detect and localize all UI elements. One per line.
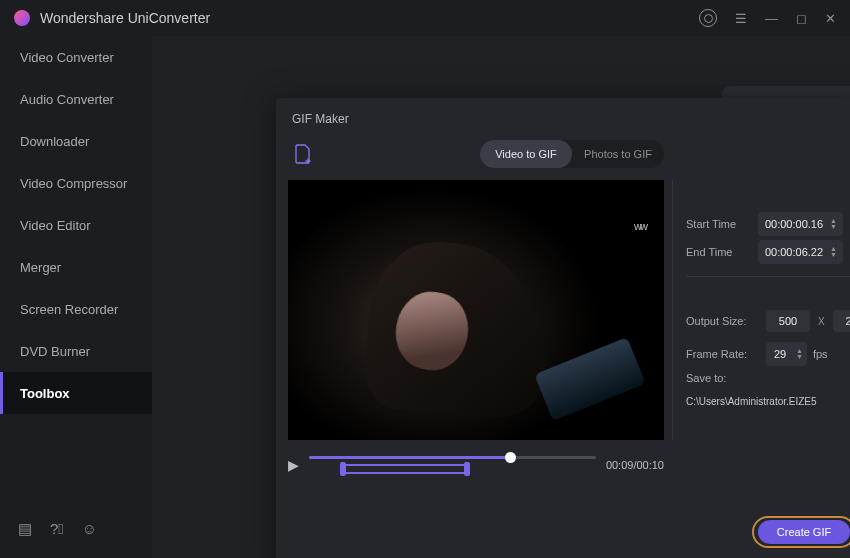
sidebar-item-video-converter[interactable]: Video Converter <box>0 36 152 78</box>
sidebar-item-label: Toolbox <box>20 386 70 401</box>
add-file-icon[interactable] <box>294 144 312 164</box>
main-area: Fix Media Metadata Identify and edit met… <box>152 36 850 558</box>
app-logo-icon <box>14 10 30 26</box>
play-button[interactable]: ▶ <box>288 457 299 473</box>
video-frame-image <box>288 180 664 440</box>
timecode: 00:09/00:10 <box>606 459 664 471</box>
account-icon[interactable] <box>699 9 717 27</box>
frame-rate-stepper[interactable]: 29 ▲▼ <box>766 342 807 366</box>
sidebar-item-audio-converter[interactable]: Audio Converter <box>0 78 152 120</box>
sidebar-item-toolbox[interactable]: Toolbox <box>0 372 152 414</box>
sidebar-item-label: Video Editor <box>20 218 91 233</box>
sidebar-item-video-editor[interactable]: Video Editor <box>0 204 152 246</box>
start-time-value: 00:00:00.16 <box>764 218 824 230</box>
range-end-handle[interactable] <box>464 462 470 476</box>
sidebar: Video Converter Audio Converter Download… <box>0 36 152 558</box>
sidebar-item-label: Merger <box>20 260 61 275</box>
sidebar-item-label: DVD Burner <box>20 344 90 359</box>
frame-rate-unit: fps <box>813 348 828 360</box>
sidebar-item-dvd-burner[interactable]: DVD Burner <box>0 330 152 372</box>
sidebar-item-downloader[interactable]: Downloader <box>0 120 152 162</box>
frame-rate-label: Frame Rate: <box>686 348 766 360</box>
sidebar-item-label: Downloader <box>20 134 89 149</box>
start-time-stepper[interactable]: 00:00:00.16 ▲▼ <box>758 212 843 236</box>
x-separator: X <box>818 316 825 327</box>
output-size-label: Output Size: <box>686 315 766 327</box>
create-gif-button[interactable]: Create GIF <box>758 520 850 544</box>
minimize-icon[interactable]: ― <box>765 11 778 26</box>
help-icon[interactable]: ?⃝ <box>50 520 64 538</box>
create-gif-highlight: Create GIF <box>752 516 850 548</box>
end-time-stepper[interactable]: 00:00:06.22 ▲▼ <box>758 240 843 264</box>
close-window-icon[interactable]: ✕ <box>825 11 836 26</box>
tab-label: Photos to GIF <box>584 148 652 160</box>
sidebar-item-label: Video Compressor <box>20 176 127 191</box>
app-title: Wondershare UniConverter <box>40 10 699 26</box>
end-time-label: End Time <box>686 246 758 258</box>
stepper-arrows-icon[interactable]: ▲▼ <box>796 348 803 360</box>
save-path: C:\Users\Administrator.EIZE5 <box>686 396 842 407</box>
gif-maker-dialog: GIF Maker ✕ Video to GIF Photos to GIF w… <box>276 98 850 558</box>
tab-video-to-gif[interactable]: Video to GIF <box>480 140 572 168</box>
source-segmented: Video to GIF Photos to GIF <box>480 140 664 168</box>
stepper-arrows-icon[interactable]: ▲▼ <box>830 218 837 230</box>
stepper-arrows-icon[interactable]: ▲▼ <box>830 246 837 258</box>
save-to-label: Save to: <box>686 372 758 384</box>
start-time-label: Start Time <box>686 218 758 230</box>
timeline-slider[interactable] <box>309 454 596 476</box>
sidebar-item-screen-recorder[interactable]: Screen Recorder <box>0 288 152 330</box>
dialog-title: GIF Maker <box>292 112 349 126</box>
end-time-value: 00:00:06.22 <box>764 246 824 258</box>
book-icon[interactable]: ▤ <box>18 520 32 538</box>
frame-rate-value: 29 <box>770 348 790 360</box>
watermark-icon: ww <box>634 220 646 232</box>
video-preview[interactable]: ww <box>288 180 664 440</box>
tab-label: Video to GIF <box>495 148 557 160</box>
divider <box>686 276 850 277</box>
sidebar-item-label: Video Converter <box>20 50 114 65</box>
button-label: Create GIF <box>777 526 831 538</box>
tab-photos-to-gif[interactable]: Photos to GIF <box>572 140 664 168</box>
users-icon[interactable]: ☺ <box>82 520 97 538</box>
divider <box>672 180 673 440</box>
output-width-input[interactable]: 500 <box>766 310 810 332</box>
sidebar-item-merger[interactable]: Merger <box>0 246 152 288</box>
sidebar-item-label: Audio Converter <box>20 92 114 107</box>
maximize-icon[interactable]: ◻ <box>796 11 807 26</box>
menu-icon[interactable]: ☰ <box>735 11 747 26</box>
range-start-handle[interactable] <box>340 462 346 476</box>
sidebar-item-video-compressor[interactable]: Video Compressor <box>0 162 152 204</box>
sidebar-item-label: Screen Recorder <box>20 302 118 317</box>
output-height-input[interactable]: 251 <box>833 310 850 332</box>
